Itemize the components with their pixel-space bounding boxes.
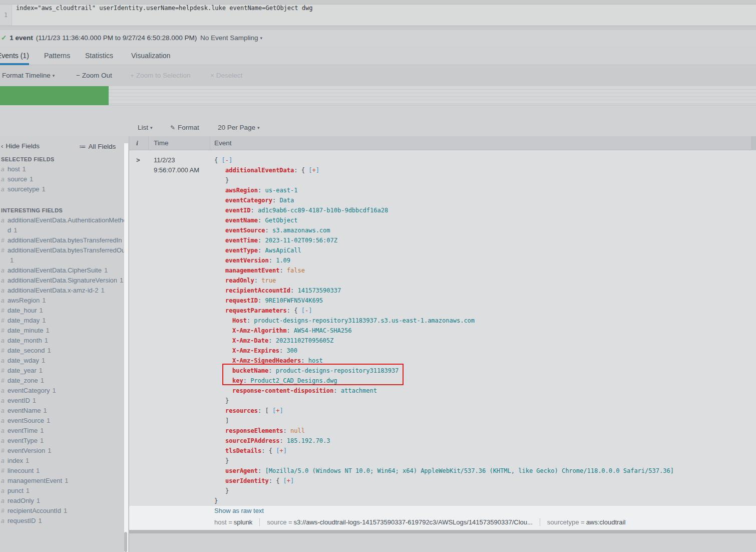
field-name[interactable]: eventVersion xyxy=(8,447,45,454)
field-item[interactable]: apunct1 xyxy=(0,486,129,496)
json-value-string[interactable]: 20231102T095605Z xyxy=(276,337,334,344)
field-item[interactable]: arequestID1 xyxy=(0,516,129,526)
json-toggle-bracket[interactable]: ] xyxy=(229,157,232,164)
json-key[interactable]: X-Amz-Expires xyxy=(232,347,279,354)
json-value-number[interactable]: 185.192.70.3 xyxy=(287,437,330,444)
json-key[interactable]: X-Amz-Algorithm xyxy=(232,327,286,334)
json-value-string[interactable]: AwsApiCall xyxy=(265,247,301,254)
sidebar-scrollbar[interactable] xyxy=(124,143,128,552)
field-item[interactable]: aeventCategory1 xyxy=(0,386,129,396)
json-key[interactable]: responseElements xyxy=(225,427,283,434)
sidebar-scrollbar-thumb[interactable] xyxy=(124,532,127,552)
field-item[interactable]: aindex1 xyxy=(0,456,129,466)
field-name[interactable]: additionalEventData.CipherSuite xyxy=(8,266,102,274)
json-key[interactable]: tlsDetails xyxy=(225,447,261,454)
json-key[interactable]: userAgent xyxy=(225,467,258,474)
json-value-string[interactable]: product-designs-repository31183937 xyxy=(276,367,399,374)
json-value-string[interactable]: AWS4-HMAC-SHA256 xyxy=(294,327,352,334)
field-item[interactable]: areadOnly1 xyxy=(0,496,129,506)
json-toggle-sign[interactable]: - xyxy=(225,157,229,164)
field-name[interactable]: eventSource xyxy=(8,417,44,424)
field-name[interactable]: additionalEventData.bytesTransferredIn xyxy=(8,236,122,244)
field-item[interactable]: aeventType1 xyxy=(0,436,129,446)
field-name[interactable]: eventType xyxy=(8,437,38,444)
field-item[interactable]: #additionalEventData.bytesTransferredIn1 xyxy=(0,235,129,245)
per-page-dropdown[interactable]: 20 Per Page▾ xyxy=(218,119,260,136)
field-name[interactable]: additionalEventData.x-amz-id-2 xyxy=(8,287,98,294)
field-name[interactable]: eventTime xyxy=(8,427,38,434)
event-sampling-dropdown[interactable]: No Event Sampling▾ xyxy=(200,30,262,46)
search-query-text[interactable]: index="aws_cloudtrail" userIdentity.user… xyxy=(16,5,312,26)
field-item[interactable]: #eventVersion1 xyxy=(0,446,129,456)
json-key[interactable]: resources xyxy=(225,407,258,414)
json-key[interactable]: recipientAccountId xyxy=(225,287,290,294)
timeline-histogram[interactable] xyxy=(0,86,756,105)
footer-field-sourcetype[interactable]: sourcetype =aws:cloudtrail xyxy=(540,518,633,526)
field-name[interactable]: date_hour xyxy=(8,307,37,314)
field-item[interactable]: aeventTime1 xyxy=(0,426,129,436)
field-item[interactable]: aadditionalEventData.x-amz-id-21 xyxy=(0,286,129,296)
json-key[interactable]: userIdentity xyxy=(225,477,269,484)
json-value-number[interactable]: 300 xyxy=(286,347,297,354)
json-toggle-sign[interactable]: + xyxy=(287,477,290,484)
json-toggle-bracket[interactable]: [ xyxy=(283,477,287,484)
show-as-raw-text-link[interactable]: Show as raw text xyxy=(214,507,264,514)
field-item[interactable]: #date_mday1 xyxy=(0,316,129,326)
json-toggle-bracket[interactable]: ] xyxy=(308,307,312,314)
json-value-literal[interactable]: true xyxy=(261,277,276,284)
field-name[interactable]: date_month xyxy=(8,337,42,344)
json-value-string[interactable]: host xyxy=(308,357,323,364)
field-name[interactable]: recipientAccountId xyxy=(8,507,61,514)
field-name[interactable]: punct xyxy=(8,487,24,494)
field-name[interactable]: sourcetype xyxy=(8,185,40,193)
field-name[interactable]: additionalEventData.bytesTransferredOut xyxy=(8,246,127,254)
json-key[interactable]: bucketName xyxy=(232,367,268,374)
timeline-event-bar[interactable] xyxy=(0,86,109,105)
json-key[interactable]: response-content-disposition xyxy=(232,387,333,394)
field-name[interactable]: date_zone xyxy=(8,377,38,384)
field-item[interactable]: #linecount1 xyxy=(0,466,129,476)
json-key[interactable]: managementEvent xyxy=(225,267,279,274)
field-item[interactable]: asourcetype1 xyxy=(0,184,129,194)
field-name[interactable]: index xyxy=(8,457,23,464)
footer-field-source[interactable]: source =s3://aws-cloudtrail-logs-1415735… xyxy=(259,518,539,526)
expand-event-arrow[interactable]: > xyxy=(136,156,140,164)
zoom-out-button[interactable]: − Zoom Out xyxy=(76,65,112,86)
field-item[interactable]: aadditionalEventData.AuthenticationMetho… xyxy=(0,215,129,235)
json-key[interactable]: requestID xyxy=(225,297,258,304)
field-item[interactable]: #additionalEventData.bytesTransferredOut… xyxy=(0,245,129,265)
json-toggle-bracket[interactable]: ] xyxy=(283,447,287,454)
field-item[interactable]: #recipientAccountId1 xyxy=(0,506,129,516)
json-toggle-bracket[interactable]: ] xyxy=(316,167,319,174)
field-item[interactable]: #date_second1 xyxy=(0,346,129,356)
json-key[interactable]: X-Amz-SignedHeaders xyxy=(232,357,301,364)
tab-visualization[interactable]: Visualization xyxy=(131,46,170,65)
field-item[interactable]: asource1 xyxy=(0,174,129,184)
json-key[interactable]: additionalEventData xyxy=(225,167,294,174)
field-item[interactable]: adate_month1 xyxy=(0,336,129,346)
json-key[interactable]: eventCategory xyxy=(225,197,272,204)
json-key[interactable]: Host xyxy=(232,317,247,324)
field-item[interactable]: aeventSource1 xyxy=(0,416,129,426)
json-toggle-bracket[interactable]: ] xyxy=(290,477,294,484)
field-item[interactable]: aadditionalEventData.CipherSuite1 xyxy=(0,265,129,275)
search-input[interactable]: 1 index="aws_cloudtrail" userIdentity.us… xyxy=(0,4,756,26)
tab-events[interactable]: Events (1) xyxy=(0,46,29,65)
field-item[interactable]: ahost1 xyxy=(0,164,129,174)
json-value-string[interactable]: GetObject xyxy=(265,217,297,224)
json-key[interactable]: eventVersion xyxy=(225,257,269,264)
field-name[interactable]: date_wday xyxy=(8,357,39,364)
field-name[interactable]: linecount xyxy=(8,467,34,474)
field-name[interactable]: eventID xyxy=(8,397,30,404)
json-value-string[interactable]: Product2_CAD_Designs.dwg xyxy=(250,377,337,384)
field-item[interactable]: #date_year1 xyxy=(0,366,129,376)
field-name[interactable]: additionalEventData.AuthenticationMethod xyxy=(8,216,127,234)
list-view-dropdown[interactable]: List▾ xyxy=(138,119,153,136)
field-name[interactable]: eventName xyxy=(8,407,41,414)
json-value-string[interactable]: 2023-11-02T09:56:07Z xyxy=(265,237,337,244)
json-key[interactable]: key xyxy=(232,377,243,384)
json-toggle-bracket[interactable]: [ xyxy=(301,307,305,314)
field-name[interactable]: date_year xyxy=(8,367,37,374)
field-item[interactable]: aeventID1 xyxy=(0,396,129,406)
json-key[interactable]: X-Amz-Date xyxy=(232,337,268,344)
